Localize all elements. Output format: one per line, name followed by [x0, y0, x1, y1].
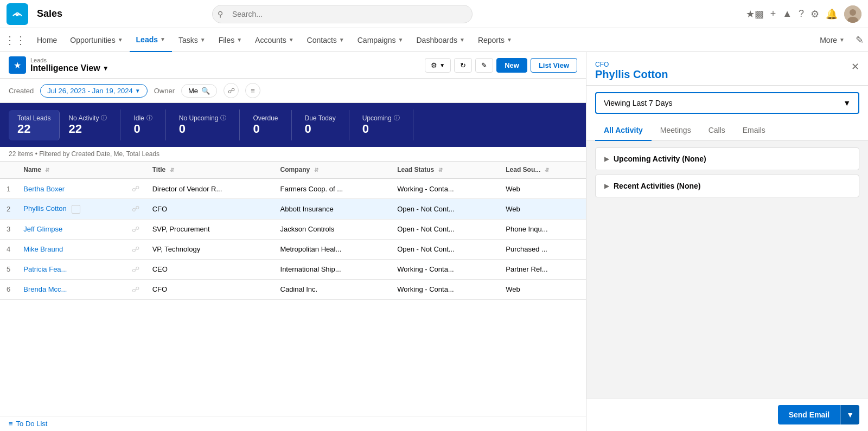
search-icon: 🔍 [201, 87, 210, 95]
chevron-down-icon: ▼ [339, 37, 344, 43]
bookmark-filter-button[interactable]: ☍ [224, 83, 239, 98]
settings-button[interactable]: ⚙ ▼ [425, 58, 451, 73]
nav-leads[interactable]: Leads ▼ [130, 28, 172, 52]
info-icon[interactable]: ⓘ [220, 114, 226, 122]
rp-header: CFO Phyllis Cotton ✕ [586, 52, 868, 86]
salesforce-logo [7, 3, 28, 25]
title-cell: SVP, Procurement [146, 219, 274, 239]
bookmark-cell: ☍ [125, 239, 146, 259]
bookmark-icon[interactable]: ☍ [132, 245, 139, 254]
app-name: Sales [37, 8, 62, 20]
col-lead-status[interactable]: Lead Status ⇵ [391, 162, 499, 178]
close-button[interactable]: ✕ [851, 61, 859, 73]
chevron-down-icon: ▼ [507, 37, 512, 43]
nav-reports[interactable]: Reports ▼ [471, 28, 519, 52]
lead-name-link[interactable]: Jeff Glimpse [23, 225, 62, 233]
owner-filter[interactable]: Me 🔍 [181, 84, 217, 98]
nav-home[interactable]: Home [30, 28, 63, 52]
title-cell: Director of Vendor R... [146, 178, 274, 199]
todo-bar[interactable]: ≡ To Do List [0, 416, 586, 431]
help-icon[interactable]: ? [799, 8, 804, 20]
leads-table: Name ⇵ Title ⇵ Company ⇵ [0, 162, 586, 300]
company-cell: Farmers Coop. of ... [274, 178, 391, 199]
lead-name-link[interactable]: Mike Braund [23, 245, 63, 253]
search-input[interactable] [212, 5, 473, 23]
stat-idle: Idle ⓘ 0 [133, 110, 165, 140]
search-icon: ⚲ [218, 10, 223, 18]
viewing-label: Viewing Last 7 Days [604, 99, 673, 107]
stat-idle-label: Idle ⓘ [133, 114, 152, 122]
bookmark-icon[interactable]: ☍ [132, 184, 139, 193]
bell-icon[interactable]: 🔔 [826, 8, 838, 20]
notification-icon[interactable]: ▲ [782, 8, 792, 20]
col-company[interactable]: Company ⇵ [274, 162, 391, 178]
lead-source-cell: Purchased ... [499, 239, 586, 259]
add-icon[interactable]: + [770, 8, 776, 20]
recent-activities-header[interactable]: ▶ Recent Activities (None) [596, 175, 859, 197]
edit-button[interactable]: ✎ [475, 58, 493, 73]
info-icon[interactable]: ⓘ [394, 114, 400, 122]
tab-all-activity[interactable]: All Activity [595, 120, 652, 141]
send-email-chevron-button[interactable]: ▼ [840, 405, 859, 424]
stat-due-today-label: Due Today [305, 114, 336, 122]
nav-more[interactable]: More ▼ [813, 28, 851, 52]
recent-activities-card: ▶ Recent Activities (None) [595, 175, 859, 197]
stat-no-upcoming-label: No Upcoming ⓘ [179, 114, 227, 122]
stat-no-activity: No Activity ⓘ 22 [68, 110, 120, 140]
stat-overdue-label: Overdue [253, 114, 278, 122]
rp-footer: Send Email ▼ [586, 398, 868, 431]
col-lead-source[interactable]: Lead Sou... ⇵ [499, 162, 586, 178]
lead-name-link[interactable]: Bertha Boxer [23, 185, 65, 193]
settings-icon[interactable]: ⚙ [810, 8, 819, 20]
stat-upcoming: Upcoming ⓘ 0 [362, 110, 413, 140]
bookmark-icon[interactable]: ☍ [132, 204, 139, 213]
col-name[interactable]: Name ⇵ [17, 162, 125, 178]
nav-tasks[interactable]: Tasks ▼ [172, 28, 212, 52]
tab-calls[interactable]: Calls [700, 120, 734, 141]
leads-table-container: Name ⇵ Title ⇵ Company ⇵ [0, 162, 586, 416]
lead-source-cell: Web [499, 199, 586, 220]
chevron-down-icon: ▼ [200, 37, 206, 43]
company-cell: Metropolitan Heal... [274, 239, 391, 259]
info-icon[interactable]: ⓘ [101, 114, 107, 122]
nav-files[interactable]: Files ▼ [212, 28, 248, 52]
tab-meetings[interactable]: Meetings [652, 120, 700, 141]
stat-idle-value: 0 [133, 122, 152, 136]
nav-contacts[interactable]: Contacts ▼ [301, 28, 351, 52]
lead-source-cell: Partner Ref... [499, 259, 586, 279]
lead-name-link[interactable]: Brenda Mcc... [23, 285, 67, 293]
table-row: 3 Jeff Glimpse ☍ SVP, Procurement Jackso… [0, 219, 586, 239]
lead-name-link[interactable]: Patricia Fea... [23, 265, 67, 273]
checkbox-icon[interactable] [72, 205, 80, 214]
list-filter-button[interactable]: ≡ [245, 83, 260, 98]
stat-no-activity-label: No Activity ⓘ [68, 114, 107, 122]
bookmark-icon[interactable]: ☍ [132, 225, 139, 234]
avatar[interactable] [844, 5, 861, 23]
list-view-button[interactable]: List View [531, 58, 577, 73]
tab-emails[interactable]: Emails [734, 120, 774, 141]
nav-dashboards[interactable]: Dashboards ▼ [410, 28, 471, 52]
refresh-button[interactable]: ↻ [454, 58, 472, 73]
bookmark-cell: ☍ [125, 259, 146, 279]
star-rating-icon[interactable]: ★▩ [746, 8, 764, 20]
upcoming-activity-header[interactable]: ▶ Upcoming Activity (None) [596, 148, 859, 170]
new-button[interactable]: New [496, 58, 527, 73]
lead-status-cell: Working - Conta... [391, 259, 499, 279]
info-icon[interactable]: ⓘ [146, 114, 152, 122]
chevron-down-icon: ▼ [135, 88, 141, 94]
lead-name-link[interactable]: Phyllis Cotton [23, 204, 66, 213]
date-range-filter[interactable]: Jul 26, 2023 - Jan 19, 2024 ▼ [40, 84, 147, 98]
chevron-down-icon: ▼ [160, 36, 165, 42]
col-title[interactable]: Title ⇵ [146, 162, 274, 178]
rp-tabs: All Activity Meetings Calls Emails [586, 120, 868, 141]
nav-accounts[interactable]: Accounts ▼ [248, 28, 301, 52]
viewing-dropdown[interactable]: Viewing Last 7 Days ▼ [595, 92, 859, 114]
nav-campaigns[interactable]: Campaigns ▼ [351, 28, 410, 52]
send-email-button[interactable]: Send Email [778, 405, 840, 424]
nav-opportunities[interactable]: Opportunities ▼ [63, 28, 129, 52]
bookmark-icon[interactable]: ☍ [132, 285, 139, 294]
edit-icon[interactable]: ✎ [856, 34, 864, 46]
todo-label: To Do List [16, 420, 48, 428]
bookmark-icon[interactable]: ☍ [132, 265, 139, 274]
grid-icon[interactable]: ⋮⋮ [4, 34, 26, 47]
